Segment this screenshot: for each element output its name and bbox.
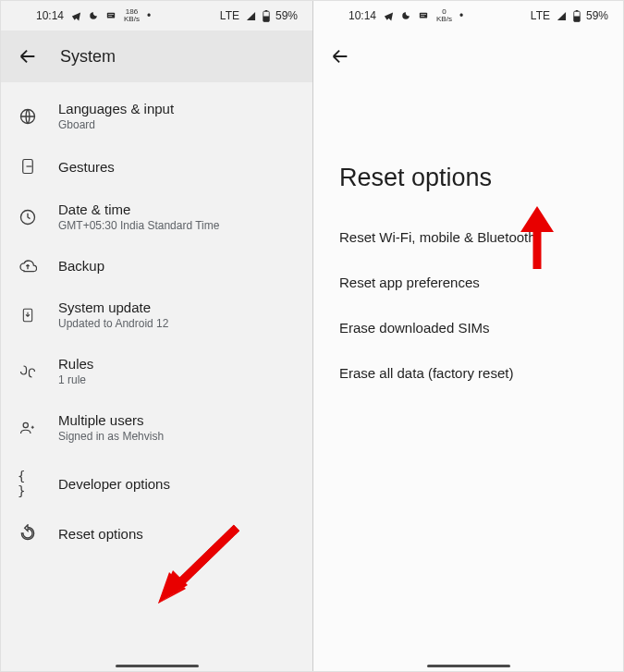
back-button[interactable] (330, 46, 350, 67)
row-subtitle: Gboard (58, 118, 174, 131)
reset-options-list: Reset Wi-Fi, mobile & Bluetooth Reset ap… (313, 214, 623, 396)
message-icon (105, 11, 116, 20)
svg-rect-13 (421, 16, 424, 17)
backup-icon (18, 259, 38, 274)
row-title: System update (58, 299, 168, 315)
svg-point-10 (23, 422, 28, 427)
telegram-icon (384, 11, 394, 21)
network-label: LTE (531, 9, 550, 22)
reset-options-screen: 10:14 0KB/s • LTE 59% Reset options Rese… (313, 1, 623, 671)
svg-rect-2 (108, 16, 112, 17)
svg-rect-11 (420, 13, 427, 18)
system-settings-screen: 10:14 186KB/s • LTE 59% System Languages… (1, 1, 312, 671)
row-title: Date & time (58, 202, 219, 217)
row-backup[interactable]: Backup (1, 245, 312, 287)
row-subtitle: GMT+05:30 India Standard Time (58, 219, 219, 232)
row-date-time[interactable]: Date & time GMT+05:30 India Standard Tim… (1, 189, 312, 245)
row-reset-options[interactable]: Reset options (1, 511, 312, 556)
reset-icon (18, 524, 38, 543)
signal-icon (245, 11, 257, 21)
row-gestures[interactable]: Gestures (1, 144, 312, 189)
nav-indicator[interactable] (427, 665, 510, 667)
row-title: Gestures (58, 159, 115, 175)
row-subtitle: 1 rule (58, 373, 93, 386)
gesture-icon (18, 157, 38, 176)
svg-rect-1 (108, 14, 114, 15)
dot-icon: • (147, 9, 151, 22)
page-title: Reset options (313, 82, 623, 214)
appbar-title: System (60, 47, 116, 67)
battery-percent: 59% (275, 9, 298, 22)
kbs-indicator: 186KB/s (124, 8, 140, 23)
appbar: System (1, 31, 312, 82)
signal-icon (556, 11, 568, 21)
svg-rect-16 (574, 16, 581, 21)
row-title: Backup (58, 258, 104, 274)
svg-rect-0 (107, 13, 115, 18)
message-icon (418, 11, 429, 20)
nav-indicator[interactable] (116, 665, 199, 667)
row-title: Multiple users (58, 412, 164, 428)
clock-icon (18, 208, 38, 226)
appbar (313, 31, 623, 82)
row-subtitle: Signed in as Mehvish (58, 430, 164, 443)
row-languages-input[interactable]: Languages & input Gboard (1, 88, 312, 144)
svg-rect-12 (421, 14, 426, 15)
row-title: Languages & input (58, 101, 174, 116)
option-reset-wifi[interactable]: Reset Wi-Fi, mobile & Bluetooth (339, 214, 597, 260)
update-icon (18, 305, 38, 325)
row-title: Reset options (58, 526, 143, 542)
row-system-update[interactable]: System update Updated to Android 12 (1, 287, 312, 343)
moon-icon (401, 11, 410, 20)
battery-icon (573, 10, 581, 22)
kbs-indicator: 0KB/s (436, 8, 452, 23)
option-erase-sims[interactable]: Erase downloaded SIMs (339, 305, 597, 350)
settings-list: Languages & input Gboard Gestures Date &… (1, 82, 312, 556)
moon-icon (89, 11, 98, 20)
battery-percent: 59% (586, 9, 608, 22)
dev-icon: { } (18, 469, 38, 498)
row-developer-options[interactable]: { } Developer options (1, 456, 312, 511)
row-rules[interactable]: Rules 1 rule (1, 343, 312, 399)
telegram-icon (71, 11, 81, 21)
row-title: Developer options (58, 476, 170, 492)
users-icon (18, 420, 38, 436)
battery-icon (263, 10, 270, 22)
status-time: 10:14 (349, 9, 376, 22)
row-subtitle: Updated to Android 12 (58, 317, 168, 330)
dot-icon: • (459, 9, 463, 22)
row-multiple-users[interactable]: Multiple users Signed in as Mehvish (1, 399, 312, 456)
rules-icon (18, 363, 38, 380)
status-bar: 10:14 0KB/s • LTE 59% (313, 1, 623, 31)
option-erase-all-data[interactable]: Erase all data (factory reset) (339, 350, 597, 396)
globe-icon (18, 107, 38, 126)
svg-rect-5 (263, 16, 270, 21)
option-reset-app-prefs[interactable]: Reset app preferences (339, 260, 597, 305)
network-label: LTE (220, 9, 239, 22)
status-time: 10:14 (36, 9, 64, 22)
back-button[interactable] (18, 46, 38, 67)
row-title: Rules (58, 356, 93, 372)
status-bar: 10:14 186KB/s • LTE 59% (1, 1, 312, 31)
